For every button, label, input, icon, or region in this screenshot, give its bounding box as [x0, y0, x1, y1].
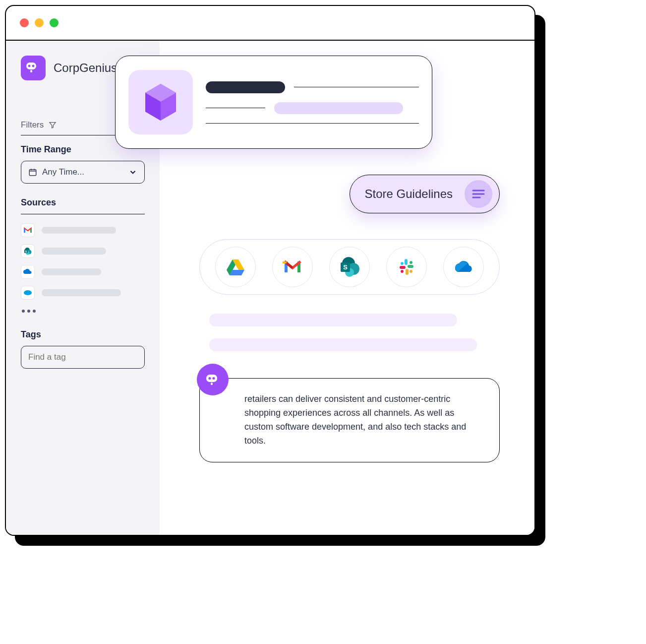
source-item[interactable]: S: [21, 244, 145, 258]
svg-rect-18: [405, 259, 408, 265]
source-placeholder: [42, 289, 121, 296]
svg-rect-26: [206, 375, 217, 382]
source-placeholder: [42, 248, 106, 255]
filter-icon: [49, 121, 57, 129]
svg-point-23: [410, 261, 412, 264]
onedrive-icon: [21, 265, 35, 279]
close-dot[interactable]: [20, 18, 29, 27]
time-range-select[interactable]: Any Time...: [21, 161, 145, 184]
svg-rect-0: [26, 63, 36, 69]
slack-icon[interactable]: [386, 247, 427, 287]
svg-rect-3: [30, 70, 32, 72]
chip-label: Store Guidelines: [365, 187, 453, 201]
loading-placeholder: [209, 338, 477, 351]
svg-rect-29: [211, 383, 213, 385]
sharepoint-icon: S: [21, 244, 35, 258]
time-range-value: Any Time...: [42, 167, 84, 177]
calendar-icon: [28, 168, 37, 177]
main-content: Store Guidelines S: [160, 41, 534, 535]
chip-menu-icon: [465, 180, 492, 208]
svg-text:S: S: [343, 263, 348, 271]
app-window: CorpGenius Filters Time Range Any Time..…: [5, 5, 535, 536]
google-drive-icon[interactable]: [215, 247, 256, 287]
svg-point-10: [24, 290, 32, 295]
gmail-icon[interactable]: [272, 247, 313, 287]
tags-label: Tags: [21, 329, 145, 340]
svg-rect-19: [408, 265, 413, 268]
brand-name: CorpGenius: [54, 61, 117, 75]
subtitle-placeholder: [274, 102, 403, 114]
source-placeholder: [42, 268, 101, 275]
ai-badge-icon: [197, 364, 229, 395]
svg-point-22: [401, 262, 404, 265]
minimize-dot[interactable]: [35, 18, 44, 27]
source-placeholder: [42, 227, 116, 234]
source-item[interactable]: [21, 286, 145, 300]
svg-point-27: [208, 377, 211, 380]
svg-rect-21: [400, 266, 406, 269]
title-placeholder: [206, 81, 285, 93]
chevron-down-icon: [128, 168, 137, 177]
brand-logo-icon: [21, 56, 46, 80]
svg-point-2: [32, 65, 35, 67]
result-card[interactable]: [115, 56, 432, 149]
filters-label: Filters: [21, 120, 44, 130]
store-guidelines-chip[interactable]: Store Guidelines: [350, 175, 500, 213]
svg-point-24: [410, 270, 412, 273]
response-text: retailers can deliver consistent and cus…: [244, 392, 479, 448]
titlebar: [6, 6, 534, 41]
svg-point-1: [28, 65, 31, 67]
svg-point-25: [401, 270, 404, 273]
salesforce-icon: [21, 286, 35, 300]
maximize-dot[interactable]: [50, 18, 59, 27]
onedrive-icon[interactable]: [443, 247, 484, 287]
more-sources-button[interactable]: [21, 307, 145, 316]
integrations-row: S: [199, 239, 500, 295]
source-item[interactable]: [21, 223, 145, 237]
tags-input[interactable]: [21, 346, 145, 369]
loading-placeholder: [209, 314, 457, 326]
cube-icon: [128, 70, 193, 134]
svg-rect-4: [29, 170, 36, 176]
ai-response-card: retailers can deliver consistent and cus…: [199, 378, 500, 462]
svg-rect-20: [406, 269, 409, 275]
sources-label: Sources: [21, 197, 145, 208]
source-item[interactable]: [21, 265, 145, 279]
gmail-icon: [21, 223, 35, 237]
sharepoint-icon[interactable]: S: [329, 247, 370, 287]
svg-point-28: [212, 377, 215, 380]
